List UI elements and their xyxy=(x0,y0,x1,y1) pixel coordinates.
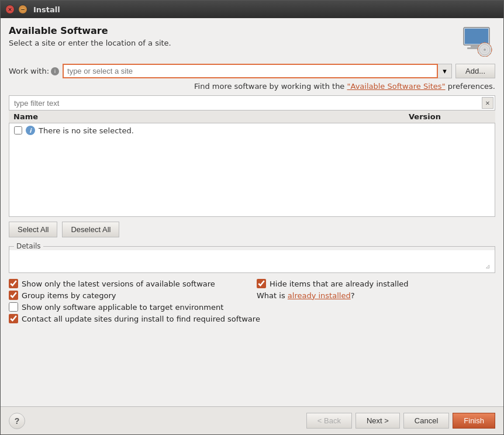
header-icon xyxy=(458,25,495,58)
option-contact-update-sites: Contact all update sites during install … xyxy=(9,314,495,323)
site-dropdown-button[interactable]: ▾ xyxy=(438,64,452,78)
find-more-text-after: preferences. xyxy=(448,82,495,91)
column-version-header: Version xyxy=(409,112,491,121)
filter-row: ✕ xyxy=(9,95,495,111)
titlebar: × − Install xyxy=(1,1,503,18)
install-icon xyxy=(459,26,494,57)
close-icon: × xyxy=(8,6,12,12)
option-target-env-checkbox[interactable] xyxy=(9,302,18,312)
site-input-combo: ▾ xyxy=(63,64,452,78)
finish-button[interactable]: Finish xyxy=(453,413,495,429)
header-section: Available Software Select a site or ente… xyxy=(9,25,495,58)
option-hide-installed-checkbox[interactable] xyxy=(257,279,266,288)
options-grid: Show only the latest versions of availab… xyxy=(9,279,495,323)
find-more-text-before: Find more software by working with the xyxy=(194,82,347,91)
help-button[interactable]: ? xyxy=(9,413,25,429)
available-software-sites-link[interactable]: "Available Software Sites" xyxy=(347,82,446,91)
already-installed-link[interactable]: already installed xyxy=(288,291,351,300)
details-content: ⊿ xyxy=(9,250,495,272)
table-row: i There is no site selected. xyxy=(9,123,495,137)
option-target-env-label: Show only software applicable to target … xyxy=(22,303,223,312)
info-circle-icon: i xyxy=(26,126,35,135)
table-header: Name Version xyxy=(9,111,495,123)
find-more-row: Find more software by working with the "… xyxy=(9,82,495,91)
minimize-icon: − xyxy=(20,6,25,12)
option-hide-installed: Hide items that are already installed xyxy=(257,279,495,288)
work-with-row: Work with: i ▾ Add... xyxy=(9,64,495,78)
svg-point-7 xyxy=(484,49,486,51)
option-group-category: Group items by category xyxy=(9,291,247,300)
what-is-label: What is already installed? xyxy=(257,291,355,300)
filter-input[interactable] xyxy=(9,96,481,110)
option-already-installed-link-row: What is already installed? xyxy=(257,291,495,300)
cancel-button[interactable]: Cancel xyxy=(403,413,449,429)
page-title: Available Software xyxy=(9,25,171,36)
software-table[interactable]: i There is no site selected. xyxy=(9,123,495,217)
dropdown-arrow-icon: ▾ xyxy=(443,67,447,75)
selection-buttons-row: Select All Deselect All xyxy=(9,222,495,237)
site-input[interactable] xyxy=(63,64,438,78)
window-title: Install xyxy=(33,5,60,14)
main-content: Available Software Select a site or ente… xyxy=(1,18,503,406)
option-show-latest: Show only the latest versions of availab… xyxy=(9,279,247,288)
option-group-category-label: Group items by category xyxy=(22,291,116,300)
option-hide-installed-label: Hide items that are already installed xyxy=(270,279,409,288)
details-legend: Details xyxy=(14,242,43,250)
work-with-label: Work with: i xyxy=(9,67,59,75)
bottom-bar: ? < Back Next > Cancel Finish xyxy=(1,406,503,434)
resize-handle-icon[interactable]: ⊿ xyxy=(485,263,492,270)
install-window: × − Install Available Software Select a … xyxy=(0,0,504,435)
option-show-latest-checkbox[interactable] xyxy=(9,279,18,288)
clear-icon: ✕ xyxy=(485,100,490,106)
column-name-header: Name xyxy=(13,112,409,121)
option-contact-update-sites-label: Contact all update sites during install … xyxy=(22,315,260,323)
page-subtitle: Select a site or enter the location of a… xyxy=(9,39,171,47)
info-icon: i xyxy=(51,67,59,75)
row-checkbox[interactable] xyxy=(14,126,22,134)
no-site-text: There is no site selected. xyxy=(39,126,134,135)
close-button[interactable]: × xyxy=(5,5,15,14)
filter-clear-button[interactable]: ✕ xyxy=(482,97,493,109)
option-group-category-checkbox[interactable] xyxy=(9,291,18,300)
back-button[interactable]: < Back xyxy=(306,413,352,429)
nav-buttons: < Back Next > Cancel Finish xyxy=(306,413,495,429)
add-button[interactable]: Add... xyxy=(455,64,495,78)
option-target-env: Show only software applicable to target … xyxy=(9,302,247,312)
next-button[interactable]: Next > xyxy=(355,413,400,429)
select-all-button[interactable]: Select All xyxy=(9,222,57,237)
minimize-button[interactable]: − xyxy=(18,5,27,14)
option-show-latest-label: Show only the latest versions of availab… xyxy=(22,279,215,288)
option-contact-update-sites-checkbox[interactable] xyxy=(9,314,18,323)
svg-rect-1 xyxy=(465,29,488,44)
details-section: Details ⊿ xyxy=(9,242,495,273)
deselect-all-button[interactable]: Deselect All xyxy=(62,222,119,237)
header-text: Available Software Select a site or ente… xyxy=(9,25,171,47)
